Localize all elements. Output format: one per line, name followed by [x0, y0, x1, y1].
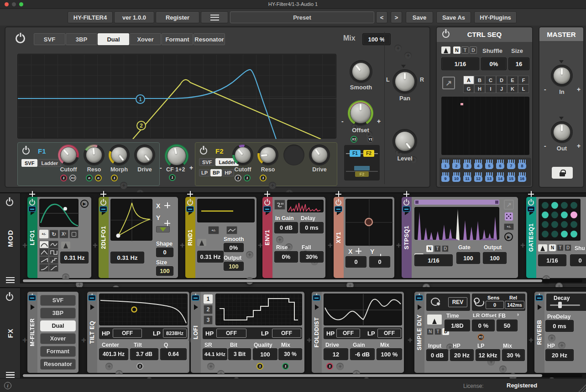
- lroffset-mod-badge[interactable]: X1: [477, 334, 484, 340]
- f1-reso-mod-badge[interactable]: n: [86, 175, 93, 181]
- dly-mix-value[interactable]: 30 %: [502, 349, 525, 361]
- f1-morph-mod-badge[interactable]: 1: [111, 175, 118, 181]
- stpsq1-power-button[interactable]: [403, 200, 409, 206]
- filter-type-tab[interactable]: Formant: [162, 33, 193, 45]
- mod-menu-icon[interactable]: [6, 277, 15, 283]
- curve2-handle[interactable]: 2: [136, 121, 146, 130]
- 2dlfo1-move-icon[interactable]: [100, 191, 106, 197]
- filter-type-tab[interactable]: SVF: [34, 33, 65, 45]
- f1-cutoff-mod-badge[interactable]: 1: [60, 175, 67, 181]
- mfilter-play-icon[interactable]: [31, 304, 35, 310]
- tilteq-q-value[interactable]: 0.64: [160, 348, 187, 360]
- 2dlfo1-rate-value[interactable]: 0.31 Hz: [110, 252, 144, 263]
- add-fx-button[interactable]: +: [81, 335, 86, 345]
- folddist-display[interactable]: [324, 294, 402, 325]
- folddist-gain-value[interactable]: -6 dB: [350, 348, 375, 360]
- hand-snapshot-button[interactable]: 9: [441, 172, 451, 184]
- rnd1-mod-slot[interactable]: [246, 251, 253, 258]
- lofi-page-button[interactable]: 1: [204, 294, 213, 304]
- add-module-button[interactable]: +: [22, 240, 27, 250]
- ntd-button[interactable]: N: [426, 245, 433, 252]
- tilteq-display[interactable]: [99, 294, 188, 325]
- tilteq-lp-value[interactable]: 8238Hz: [163, 329, 187, 338]
- ctrl-seq-shuffle-value[interactable]: 0%: [481, 57, 507, 70]
- sync-metronome-icon[interactable]: [441, 46, 450, 54]
- fb-value[interactable]: 50: [497, 320, 518, 331]
- gate-step-dot[interactable]: [551, 211, 558, 218]
- f2-cutoff-mod-badge[interactable]: 1: [244, 175, 251, 181]
- reverb-mod-slot[interactable]: [558, 342, 565, 349]
- pattern-bank-button[interactable]: J: [496, 84, 507, 93]
- input-value[interactable]: 0 dB: [426, 349, 448, 361]
- pattern-bank-button[interactable]: F: [518, 76, 529, 84]
- lfo1-retrigger-icon[interactable]: ▶: [80, 200, 89, 208]
- hand-snapshot-button[interactable]: 2: [452, 160, 462, 171]
- lofi-quality-value[interactable]: 100: [253, 348, 277, 360]
- mfilter-mode-button[interactable]: SVF: [40, 295, 76, 306]
- pattern-bank-button[interactable]: D: [496, 76, 507, 84]
- shape-ramp-icon[interactable]: [39, 256, 49, 264]
- smooth-mode-icon[interactable]: [226, 226, 237, 234]
- env1-delay-value[interactable]: 0 ms: [300, 222, 324, 233]
- f1-morph-knob[interactable]: [109, 144, 130, 165]
- f1-reso-mod-badge[interactable]: n: [95, 175, 102, 181]
- lock-button[interactable]: [552, 167, 573, 179]
- hand-snapshot-button[interactable]: 4: [474, 160, 484, 171]
- curve-power-icon[interactable]: X²: [59, 230, 68, 238]
- lofi-mix-mod-badge[interactable]: 1: [282, 363, 289, 370]
- xy1-y-value[interactable]: 0: [369, 256, 390, 268]
- gate-step-dot[interactable]: [542, 231, 549, 237]
- gate-step-dot[interactable]: [561, 221, 568, 228]
- 2dlfo1-minimize-button[interactable]: [99, 206, 107, 212]
- lofi-page-button[interactable]: 2: [204, 305, 213, 314]
- folddist-minimize-button[interactable]: [313, 295, 320, 301]
- hand-snapshot-button[interactable]: 14: [496, 172, 506, 184]
- tilteq-hp-value[interactable]: OFF: [113, 329, 142, 338]
- shape-curve-icon[interactable]: [39, 264, 49, 272]
- rnd1-move-icon[interactable]: [187, 191, 193, 197]
- lfo1-sync-icon[interactable]: [61, 242, 70, 249]
- stpsq1-rate-value[interactable]: 1/16: [414, 254, 453, 266]
- hand-snapshot-button[interactable]: 12: [474, 172, 484, 184]
- f2-reso-knob[interactable]: [257, 144, 278, 165]
- master-out-knob[interactable]: [551, 121, 573, 143]
- shape-triangle-icon[interactable]: [39, 248, 49, 256]
- env1-rise-value[interactable]: 0%: [274, 251, 298, 263]
- xy1-minimize-button[interactable]: [335, 206, 342, 212]
- preset-selector[interactable]: Preset: [230, 11, 374, 23]
- folddist-hp-value[interactable]: OFF: [336, 329, 360, 338]
- hy-plugins-button[interactable]: HY-Plugins: [474, 11, 517, 23]
- lofi-sr-value[interactable]: 44.1 kHz: [203, 348, 227, 360]
- curve1-handle[interactable]: 1: [136, 94, 145, 104]
- ntd-button[interactable]: N: [427, 328, 434, 335]
- f1-drive-knob[interactable]: [134, 144, 155, 165]
- filter-type-tab[interactable]: 3BP: [66, 33, 97, 45]
- next-preset-button[interactable]: >: [391, 11, 402, 23]
- mix-mod-slot-button[interactable]: [394, 45, 402, 52]
- folddist-lp-value[interactable]: OFF: [377, 329, 401, 338]
- add-module-button[interactable]: +: [180, 240, 185, 250]
- hand-snapshot-button[interactable]: 16: [518, 172, 528, 184]
- add-module-button[interactable]: +: [520, 240, 525, 250]
- menu-button[interactable]: [201, 11, 228, 23]
- stpsq1-step-display[interactable]: [414, 207, 499, 240]
- gatesq1-sync-icon[interactable]: [538, 244, 547, 252]
- gatesq1-rate-value[interactable]: 1/16: [538, 254, 566, 266]
- loop-icon[interactable]: ↻: [49, 230, 58, 238]
- hand-snapshot-button[interactable]: 15: [507, 172, 517, 184]
- pattern-bank-button[interactable]: C: [485, 76, 496, 84]
- rnd1-output-value[interactable]: 100: [224, 262, 244, 271]
- pattern-bank-button[interactable]: I: [485, 84, 496, 93]
- shape-square-icon[interactable]: [49, 248, 58, 256]
- stpsq1-move-icon[interactable]: [403, 191, 409, 197]
- stpsq1-gate-value[interactable]: 100: [456, 252, 480, 264]
- save-as-button[interactable]: Save As: [436, 11, 471, 23]
- filter-power-button[interactable]: [16, 34, 25, 43]
- f1-cutoff-knob[interactable]: [58, 144, 79, 165]
- reverb-play-icon[interactable]: [538, 304, 542, 310]
- folddist-play-icon[interactable]: [315, 304, 319, 310]
- lofi-display[interactable]: [215, 294, 302, 325]
- fx-scrollbar[interactable]: [22, 374, 582, 377]
- reverb-mod-slot[interactable]: [548, 335, 555, 342]
- folddist-mod-slot[interactable]: [336, 363, 344, 370]
